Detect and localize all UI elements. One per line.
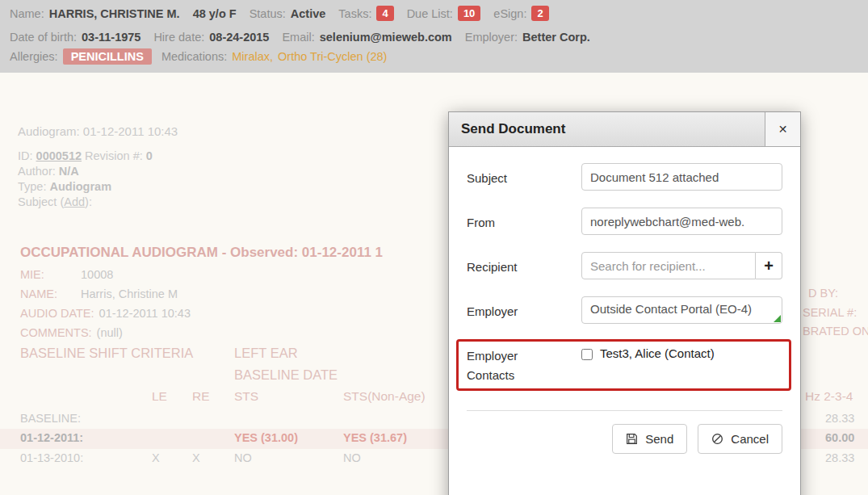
document-type-line: Type: Audiogram [18,179,153,195]
info-label: COMMENTS: [20,326,97,339]
info-value: Harris, Christine M [81,287,178,300]
name-label: Name: [10,7,44,20]
tasks-count-badge[interactable]: 4 [376,6,393,21]
employer-field-label: Employer [467,296,581,324]
banner-row-3: Allergies: PENICILLINS Medications: Mira… [10,48,392,65]
column-header-sts-nonage: STS(Non-Age) [343,389,426,404]
allergy-badge[interactable]: PENICILLINS [63,48,152,65]
status-value: Active [291,7,326,20]
email-label: Email: [282,31,314,44]
due-list-count-badge[interactable]: 10 [458,6,480,21]
baseline-date-heading: BASELINE DATE [234,367,338,383]
dialog-title: Send Document [449,112,765,146]
document-subject-line: Subject (Add): [18,195,153,210]
cell-sts: NO [234,451,252,464]
cell-sts: YES (31.00) [234,431,298,444]
resize-corner-icon [774,315,781,322]
medications-label: Medications: [161,50,227,63]
subject-label: Subject ( [18,195,64,208]
document-title: Audiogram: 01-12-2011 10:43 [18,124,178,138]
due-list-label: Due List: [407,7,453,20]
employer-contacts-label: Employer Contacts [467,346,539,385]
tasks-label: Tasks: [338,7,371,20]
contact-option-label: Test3, Alice (Contact) [600,346,715,360]
row-label: BASELINE: [20,412,81,425]
cell-sts-nonage: YES (31.67) [343,431,407,444]
cell-sts-nonage: NO [343,451,361,464]
column-header-hz: Hz 2-3-4 [805,389,853,404]
info-row: NAME:Harris, Christine M [20,287,191,307]
cancel-button-label: Cancel [731,432,769,446]
cell-hz-value: 28.33 [825,451,854,464]
column-header-re: RE [192,389,210,404]
app-screen: Name: HARRIS, CHRISTINE M. 48 y/o F Stat… [0,0,868,495]
subject-field-row: Subject [467,163,782,191]
document-author-line: Author: N/A [18,164,153,179]
subject-field-label: Subject [467,163,581,191]
subject-input[interactable] [581,163,782,191]
save-disk-icon [626,433,638,445]
patient-age-sex: 48 y/o F [193,7,237,20]
dialog-footer: Send Cancel [467,411,782,468]
dob-label: Date of birth: [10,31,77,44]
employer-label: Employer: [465,31,518,44]
column-header-le: LE [152,389,167,404]
info-value: 10008 [81,268,113,281]
document-id-link[interactable]: 0000512 [36,149,82,162]
id-label: ID: [18,149,36,162]
revision-value: 0 [146,149,153,162]
recipient-search-input[interactable] [581,252,756,279]
medication-link-miralax[interactable]: Miralax, [232,50,273,63]
info-value: 01-12-2011 10:43 [99,307,191,320]
from-input[interactable] [581,208,782,235]
banner-row-2: Date of birth: 03-11-1975 Hire date: 08-… [10,31,603,44]
dob-value: 03-11-1975 [82,31,140,44]
from-field-row: From [467,208,782,235]
type-label: Type: [18,180,50,193]
close-icon[interactable]: ✕ [765,112,800,146]
recipient-field-row: Recipient + [467,252,782,279]
cell-hz-value: 60.00 [825,431,854,444]
allergies-label: Allergies: [10,50,58,63]
clipped-text-fragment: D BY: [808,287,838,300]
hire-date-value: 08-24-2015 [209,31,269,44]
banner-row-1: Name: HARRIS, CHRISTINE M. 48 y/o F Stat… [10,6,562,21]
hire-date-label: Hire date: [153,31,204,44]
subject-add-link[interactable]: Add [64,195,85,208]
type-value: Audiogram [50,180,112,193]
subject-label-close: ): [85,195,92,208]
add-recipient-button[interactable]: + [756,252,782,279]
info-label: AUDIO DATE: [20,307,99,320]
esign-count-badge[interactable]: 2 [531,6,548,21]
dialog-body: Subject From Recipient + Employer [449,147,800,468]
recipient-field-label: Recipient [467,252,581,279]
contact-checkbox[interactable] [581,349,593,360]
column-header-sts: STS [234,389,258,404]
document-meta: ID: 0000512 Revision #: 0 Author: N/A Ty… [18,149,153,210]
row-label: 01-13-2010: [20,451,83,464]
employer-value: Better Corp. [522,31,590,44]
employer-select-value: Outside Contact Portal (EO-4) [590,302,752,316]
email-value: selenium@mieweb.com [320,31,452,44]
send-document-dialog: Send Document ✕ Subject From Recipient [448,111,801,495]
contact-option[interactable]: Test3, Alice (Contact) [581,341,782,360]
send-button-label: Send [645,432,673,446]
clipped-text-fragment: BRATED ON [803,325,868,338]
cancel-button[interactable]: Cancel [698,424,782,454]
cell-hz-value: 28.33 [825,412,854,425]
info-row: COMMENTS:(null) [20,326,191,346]
employer-select[interactable]: Outside Contact Portal (EO-4) [581,296,782,324]
author-label: Author: [18,165,59,178]
left-ear-heading: LEFT EAR [234,346,298,361]
send-button[interactable]: Send [612,424,687,454]
info-row: AUDIO DATE:01-12-2011 10:43 [20,307,191,326]
audiogram-info: MIE:10008 NAME:Harris, Christine M AUDIO… [20,268,191,346]
medication-link-ortho[interactable]: Ortho Tri-Cyclen (28) [278,50,387,63]
esign-label: eSign: [493,7,526,20]
row-label: 01-12-2011: [20,431,83,444]
status-label: Status: [249,7,286,20]
cell-le: X [152,451,160,464]
employer-contacts-row: Employer Contacts Test3, Alice (Contact) [467,341,782,391]
dialog-header: Send Document ✕ [449,112,800,147]
info-label: MIE: [20,268,81,281]
